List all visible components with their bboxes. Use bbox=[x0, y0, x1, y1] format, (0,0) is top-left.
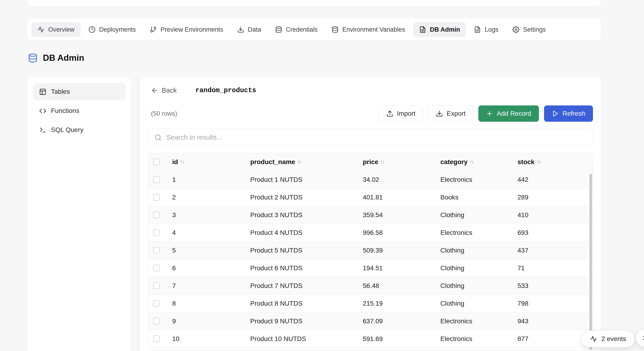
cell-category: Clothing bbox=[440, 211, 518, 219]
row-checkbox[interactable] bbox=[153, 265, 160, 271]
tab-overview[interactable]: Overview bbox=[32, 22, 80, 37]
cell-category: Clothing bbox=[440, 247, 518, 254]
page-header: DB Admin bbox=[28, 53, 84, 63]
search-input[interactable] bbox=[166, 134, 587, 141]
activity-icon bbox=[590, 336, 597, 343]
database-icon bbox=[275, 26, 282, 33]
cell-price: 56.48 bbox=[363, 282, 440, 290]
column-header-price[interactable]: price bbox=[363, 158, 440, 166]
events-toast-label: 2 events bbox=[601, 335, 626, 343]
cell-category: Electronics bbox=[440, 176, 518, 183]
row-checkbox[interactable] bbox=[153, 212, 160, 218]
cell-id: 3 bbox=[172, 211, 250, 219]
export-button[interactable]: Export bbox=[428, 105, 473, 122]
search-icon bbox=[154, 134, 162, 141]
sidebar-item-functions[interactable]: Functions bbox=[33, 102, 125, 119]
table-row[interactable]: 8 Product 8 NUTDS 215.19 Clothing 798 bbox=[148, 295, 593, 312]
row-checkbox[interactable] bbox=[153, 282, 160, 289]
data-table: id product_name price category s bbox=[148, 153, 593, 351]
search-box bbox=[148, 129, 593, 146]
table-view-header: Back random_products bbox=[148, 87, 593, 94]
cell-category: Clothing bbox=[440, 264, 518, 272]
tab-credentials[interactable]: Credentials bbox=[269, 22, 324, 37]
rows-count: (50 rows) bbox=[151, 110, 177, 117]
column-header-stock[interactable]: stock bbox=[518, 158, 593, 166]
table-vertical-scrollbar[interactable] bbox=[590, 174, 592, 350]
tab-label: Preview Environments bbox=[160, 26, 223, 33]
cell-product-name: Product 7 NUTDS bbox=[250, 282, 363, 290]
row-checkbox[interactable] bbox=[153, 336, 160, 342]
events-toast[interactable]: 2 events bbox=[582, 331, 635, 347]
sort-icon bbox=[470, 160, 474, 164]
cell-stock: 533 bbox=[518, 282, 593, 290]
code-icon bbox=[39, 107, 46, 114]
sidebar-item-label: Functions bbox=[51, 107, 79, 114]
tab-settings[interactable]: Settings bbox=[506, 22, 552, 37]
cell-stock: 71 bbox=[518, 264, 593, 272]
toast-close-button[interactable] bbox=[636, 329, 644, 347]
git-branch-icon bbox=[150, 26, 157, 33]
column-header-product-name[interactable]: product_name bbox=[250, 158, 363, 166]
cell-id: 2 bbox=[172, 194, 250, 201]
cell-id: 9 bbox=[172, 318, 250, 325]
row-checkbox[interactable] bbox=[153, 194, 160, 201]
sort-icon bbox=[180, 160, 184, 164]
cell-stock: 798 bbox=[518, 300, 593, 307]
row-checkbox[interactable] bbox=[153, 318, 160, 325]
back-button[interactable]: Back bbox=[151, 87, 176, 94]
refresh-button[interactable]: Refresh bbox=[544, 105, 593, 122]
tab-preview-environments[interactable]: Preview Environments bbox=[144, 22, 229, 37]
activity-icon bbox=[38, 26, 44, 33]
row-checkbox[interactable] bbox=[153, 300, 160, 307]
tab-label: Overview bbox=[48, 26, 74, 33]
back-label: Back bbox=[162, 87, 176, 94]
import-button[interactable]: Import bbox=[378, 105, 423, 122]
cell-price: 34.02 bbox=[363, 176, 440, 183]
cell-stock: 693 bbox=[518, 229, 593, 237]
database-icon bbox=[332, 26, 338, 33]
tab-logs[interactable]: Logs bbox=[468, 22, 504, 37]
cell-id: 6 bbox=[172, 264, 250, 272]
cell-price: 509.39 bbox=[363, 247, 440, 254]
table-controls: (50 rows) Import Export Add Record Refre… bbox=[148, 105, 593, 122]
play-icon bbox=[552, 110, 559, 117]
cell-price: 401.81 bbox=[363, 194, 440, 201]
tab-data[interactable]: Data bbox=[231, 22, 267, 37]
table-row[interactable]: 6 Product 6 NUTDS 194.51 Clothing 71 bbox=[148, 259, 593, 277]
sidebar-item-sql-query[interactable]: SQL Query bbox=[33, 121, 125, 138]
tab-environment-variables[interactable]: Environment Variables bbox=[326, 22, 411, 37]
cell-price: 591.69 bbox=[363, 335, 440, 343]
upload-icon bbox=[386, 110, 393, 117]
cell-product-name: Product 9 NUTDS bbox=[250, 318, 363, 325]
cell-product-name: Product 3 NUTDS bbox=[250, 211, 363, 219]
clock-icon bbox=[88, 26, 96, 33]
cell-category: Electronics bbox=[440, 335, 518, 343]
tab-label: Settings bbox=[523, 26, 546, 33]
tab-db-admin[interactable]: DB Admin bbox=[413, 22, 466, 37]
sidebar: Tables Functions SQL Query bbox=[27, 77, 132, 351]
tab-deployments[interactable]: Deployments bbox=[82, 22, 142, 37]
table-row[interactable]: 4 Product 4 NUTDS 996.58 Electronics 693 bbox=[148, 224, 593, 242]
cell-id: 10 bbox=[172, 335, 250, 343]
row-checkbox[interactable] bbox=[153, 247, 160, 254]
table-row[interactable]: 7 Product 7 NUTDS 56.48 Clothing 533 bbox=[148, 277, 593, 295]
table-row[interactable]: 9 Product 9 NUTDS 637.09 Electronics 943 bbox=[148, 312, 593, 330]
add-record-button[interactable]: Add Record bbox=[478, 105, 539, 122]
select-all-checkbox[interactable] bbox=[153, 158, 160, 165]
table-row[interactable]: 10 Product 10 NUTDS 591.69 Electronics 8… bbox=[148, 330, 593, 348]
column-header-id[interactable]: id bbox=[172, 158, 250, 166]
table-row[interactable]: 5 Product 5 NUTDS 509.39 Clothing 437 bbox=[148, 242, 593, 259]
row-checkbox[interactable] bbox=[153, 229, 160, 236]
cell-price: 637.09 bbox=[363, 318, 440, 325]
row-checkbox[interactable] bbox=[153, 176, 160, 183]
table-row[interactable]: 3 Product 3 NUTDS 359.54 Clothing 410 bbox=[148, 206, 593, 224]
cell-category: Electronics bbox=[440, 318, 518, 325]
cell-price: 215.19 bbox=[363, 300, 440, 307]
cell-price: 359.54 bbox=[363, 211, 440, 219]
cell-product-name: Product 1 NUTDS bbox=[250, 176, 363, 183]
sidebar-item-tables[interactable]: Tables bbox=[33, 83, 125, 100]
table-row[interactable]: 2 Product 2 NUTDS 401.81 Books 289 bbox=[148, 189, 593, 206]
table-row[interactable]: 1 Product 1 NUTDS 34.02 Electronics 442 bbox=[148, 171, 593, 189]
column-header-category[interactable]: category bbox=[440, 158, 518, 166]
sort-icon bbox=[297, 160, 302, 164]
